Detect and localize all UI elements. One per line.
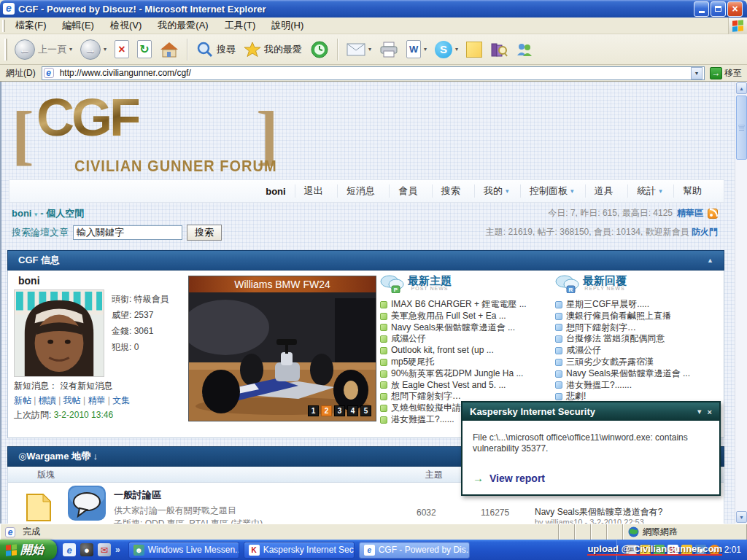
reply-item[interactable]: 港女難搵工?....... [555,380,721,392]
profile-username[interactable]: boni [18,275,40,287]
post-item[interactable]: 美軍急救用品 Full Set + Ea ... [380,311,554,322]
back-dropdown-icon[interactable]: ▾ [69,46,72,52]
keyword-input[interactable] [73,225,182,240]
mail-dropdown-icon[interactable]: ▾ [368,46,371,52]
personal-space-link[interactable]: 個人空間 [46,208,84,219]
post-item[interactable]: Outlook kit, front set (up ... [380,345,554,357]
menu-item[interactable]: 說明(H) [263,18,311,33]
nav-item[interactable]: 統計▾ [627,184,671,198]
menu-item[interactable]: 檔案(F) [7,18,55,33]
nav-username[interactable]: boni [257,186,294,197]
nav-item[interactable]: 道具 [585,184,625,198]
collapse-icon[interactable]: ▲ [707,257,713,264]
stop-button[interactable]: × [112,39,131,60]
reply-item[interactable]: 咸濕公仔 [555,345,721,357]
nav-item[interactable]: 幫助 [673,184,713,198]
search-button[interactable]: 搜尋 [194,39,238,60]
scroll-down-arrow[interactable]: ▼ [736,511,747,523]
history-button[interactable] [308,39,331,61]
popup-close-icon[interactable]: × [708,408,712,416]
post-item[interactable]: Navy Seals果個骷髏章邊道會 ... [380,322,554,334]
taskbar-button-cgf[interactable]: e CGF - Powered by Dis... [359,542,470,559]
reply-item[interactable]: 星期三CGF早晨呀..... [555,299,721,311]
toolbar-grip[interactable] [2,20,5,32]
carousel-page-button[interactable]: 1 [308,405,319,416]
go-button[interactable]: → 移至 [708,67,744,79]
cgf-info-header[interactable]: CGF 信息 ▲ [7,250,724,271]
forward-dropdown-icon[interactable]: ▾ [104,46,107,52]
quick-launch-icon[interactable]: ✉ [98,543,111,556]
address-dropdown-button[interactable]: ▼ [691,67,703,79]
edit-with-word-button[interactable]: W ▾ [404,39,429,60]
back-button[interactable]: ← 上一頁 ▾ [12,38,74,61]
scroll-up-arrow[interactable]: ▲ [736,82,747,94]
nav-item[interactable]: 會員 [389,184,429,198]
url-input[interactable] [60,68,689,79]
taskbar-button-messenger[interactable]: ☻ Windows Live Messen... [128,542,239,559]
toolbar-grip[interactable] [4,39,7,61]
note-button[interactable] [464,40,484,59]
reply-item[interactable]: Navy Seals果個骷髏章邊道會 ... [555,368,721,380]
carousel-page-button[interactable]: 3 [334,405,345,416]
quick-launch-ie-icon[interactable]: e [63,543,76,556]
carousel-page-button[interactable]: 4 [347,405,358,416]
new-member-link[interactable]: 防火門 [692,227,718,237]
print-button[interactable] [377,39,400,60]
forum-bubble-icon[interactable] [66,484,107,522]
rss-icon[interactable] [708,209,718,219]
favorites-button[interactable]: 我的最愛 [241,39,304,60]
home-button[interactable] [158,39,181,60]
reply-item[interactable]: 台擬修法 當娼須配偶同意 [555,333,721,345]
quick-launch-icon[interactable]: ● [80,543,93,556]
forum-search-button[interactable]: 搜索 [187,225,222,241]
carousel-page-button[interactable]: 5 [360,405,371,416]
refresh-button[interactable]: ↻ [135,39,154,60]
nav-item[interactable]: 控制面板▾ [520,184,583,198]
carousel-page-button[interactable]: 2 [321,405,332,416]
last-post-title[interactable]: Navy Seals果個骷髏章邊道會有? [535,506,662,518]
nav-item[interactable]: 搜索 [432,184,472,198]
close-button[interactable]: × [727,1,743,17]
mail-button[interactable]: ▾ [344,41,374,58]
avatar[interactable] [14,289,104,377]
menu-item[interactable]: 檢視(V) [102,18,150,33]
restore-button[interactable] [711,1,726,17]
research-button[interactable] [488,39,510,60]
scrollbar-thumb[interactable] [736,96,747,160]
view-report-link[interactable]: → View report [473,472,545,484]
menu-item[interactable]: 編輯(E) [55,18,102,33]
start-button[interactable]: 開始 [0,540,57,560]
taskbar-button-kaspersky[interactable]: K Kaspersky Internet Sec... [244,542,355,559]
digest-link[interactable]: 精華區 [677,207,703,219]
nav-item[interactable]: 退出 [295,184,335,198]
minimize-button[interactable] [694,1,709,17]
menu-item[interactable]: 工具(T) [217,18,264,33]
post-item[interactable]: mp5硬尾托 [380,357,554,368]
username-link[interactable]: boni [12,208,31,219]
skype-dropdown-icon[interactable]: ▾ [455,46,458,52]
quick-launch-overflow[interactable]: » [115,545,120,555]
skype-button[interactable]: S ▾ [433,39,460,60]
profile-link[interactable]: 文集 [105,395,130,405]
forum-name[interactable]: 一般討論區 [114,489,161,502]
post-item[interactable]: IMAX B6 CHARGER + 鋰電電壓 ... [380,299,554,311]
chevron-down-icon[interactable]: ▾ [34,211,38,218]
profile-link[interactable]: 標讀 [31,395,56,405]
menu-item[interactable]: 我的最愛(A) [150,18,216,33]
profile-link[interactable]: 新帖 [14,395,31,405]
messenger-button[interactable] [514,39,535,60]
post-item[interactable]: 放 Eagle Chest Vest and 5. ... [380,380,554,392]
forum-subforums[interactable]: 子版塊: ODD 專區, RTAI 專區 (試業中) [114,518,263,524]
nav-item[interactable]: 短消息 [337,184,387,198]
post-item[interactable]: 咸濕公仔 [380,333,554,345]
post-item[interactable]: 90%新英軍舊花DPM Jungle Ha ... [380,368,554,380]
profile-link[interactable]: 精華 [81,395,106,405]
popup-collapse-icon[interactable]: ▾ [697,407,702,416]
forward-button[interactable]: → ▾ [78,38,109,61]
photo-carousel[interactable]: Williams BMW FW24 [188,276,376,421]
reply-item[interactable]: 澳銀行僱員偷看鹹照上直播 [555,311,721,322]
edit-dropdown-icon[interactable]: ▾ [424,46,427,52]
reply-item[interactable]: 想問下鐳射刻字… [555,322,721,334]
nav-item[interactable]: 我的▾ [474,184,518,198]
cgf-logo[interactable]: [ CGF ] CIVILIAN GUNNER FORUM [12,98,289,178]
